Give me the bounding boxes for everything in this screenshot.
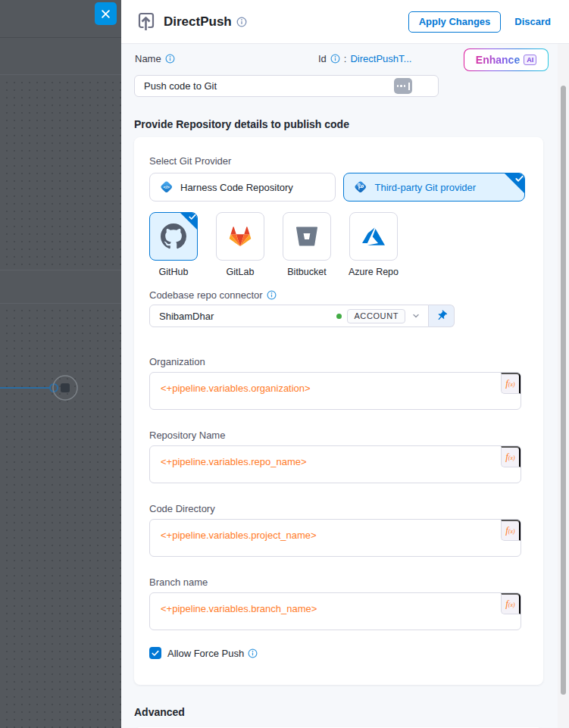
pipeline-canvas-dimmed <box>0 0 121 728</box>
repo-details-card: Select Git Provider </> Harness Code Rep… <box>134 137 543 685</box>
git-branch-icon <box>353 180 368 195</box>
close-icon <box>101 9 111 19</box>
canvas-stage-band <box>0 270 121 304</box>
connector-scope-badge[interactable]: ACCOUNT <box>347 309 405 323</box>
connector-input[interactable]: ShibamDhar ACCOUNT <box>149 305 429 327</box>
provider-tile-github[interactable] <box>149 212 198 261</box>
expression-fx-button[interactable]: f (x) <box>501 446 521 467</box>
git-provider-label: Select Git Provider <box>149 155 525 167</box>
code-directory-value: <+pipeline.variables.project_name> <box>161 530 317 541</box>
azure-icon <box>362 225 385 248</box>
provider-tile-label: GitLab <box>227 267 255 277</box>
force-push-info-icon[interactable] <box>248 648 258 658</box>
provider-tile-label: Azure Repo <box>349 267 399 277</box>
name-info-icon[interactable] <box>165 54 175 64</box>
selected-check-icon <box>180 213 197 230</box>
enhance-ai-button[interactable]: Enhance AI <box>464 48 549 71</box>
harness-code-icon: </> <box>159 180 174 195</box>
id-info-icon[interactable] <box>330 54 340 64</box>
provider-tile-azure[interactable] <box>349 212 398 261</box>
force-push-checkbox[interactable] <box>149 647 161 659</box>
canvas-dot-grid <box>0 76 121 270</box>
organization-input[interactable]: <+pipeline.variables.organization> f (x) <box>149 372 521 410</box>
provider-tile-bitbucket[interactable] <box>283 212 331 261</box>
branch-name-value: <+pipeline.variables.branch_name> <box>161 603 317 614</box>
name-field-label: Name <box>135 53 161 64</box>
organization-value: <+pipeline.variables.organization> <box>161 383 311 394</box>
bitbucket-icon <box>296 226 317 247</box>
connector-pin-button[interactable] <box>429 305 455 327</box>
provider-tile-label: Bitbucket <box>287 267 326 277</box>
scrollbar-track[interactable] <box>558 44 569 728</box>
provider-option-harness[interactable]: </> Harness Code Repository <box>149 173 336 202</box>
pipeline-end-node[interactable] <box>0 374 83 405</box>
page-title: DirectPush <box>164 14 232 30</box>
repository-name-input[interactable]: <+pipeline.variables.repo_name> f (x) <box>149 445 521 483</box>
scrollbar-thumb[interactable] <box>561 86 566 695</box>
close-panel-button[interactable] <box>95 2 117 25</box>
force-push-label: Allow Force Push <box>167 648 244 659</box>
step-config-screen: DirectPush Apply Changes Discard Name Id <box>0 0 569 728</box>
organization-label: Organization <box>149 356 525 367</box>
step-config-body: Name Id : DirectPushT... Enhance AI <box>121 44 569 728</box>
step-info-icon[interactable] <box>236 17 247 27</box>
expression-toggle-button[interactable] <box>394 78 412 94</box>
ai-badge: AI <box>524 55 536 65</box>
step-id-value[interactable]: DirectPushT... <box>350 53 411 64</box>
id-colon: : <box>344 53 347 64</box>
repo-section-heading: Provide Repository details to publish co… <box>134 118 543 130</box>
selected-check-icon <box>505 173 524 193</box>
provider-option-thirdparty[interactable]: Third-party Git provider <box>343 173 525 202</box>
enhance-label: Enhance <box>476 54 520 66</box>
name-input[interactable] <box>134 75 439 97</box>
expression-fx-button[interactable]: f (x) <box>501 593 521 614</box>
connector-info-icon[interactable] <box>267 290 277 300</box>
expression-fx-button[interactable]: f (x) <box>501 373 521 394</box>
provider-tile-gitlab[interactable] <box>216 212 264 261</box>
connector-value: ShibamDhar <box>159 311 336 322</box>
chevron-down-icon <box>411 311 420 320</box>
discard-button[interactable]: Discard <box>514 16 551 27</box>
repository-name-label: Repository Name <box>149 430 525 441</box>
gitlab-icon <box>227 223 253 249</box>
connector-dropdown-button[interactable] <box>405 311 422 320</box>
connector-status-dot <box>336 314 342 319</box>
check-icon <box>152 650 159 657</box>
canvas-header-band <box>0 39 121 75</box>
svg-text:</>: </> <box>164 185 170 189</box>
provider-option-label: Harness Code Repository <box>180 182 293 193</box>
ellipsis-icon <box>397 85 399 87</box>
provider-tile-label: GitHub <box>159 267 189 277</box>
advanced-section-heading: Advanced <box>134 706 543 718</box>
expression-fx-button[interactable]: f (x) <box>501 520 521 541</box>
code-directory-label: Code Directory <box>149 503 525 514</box>
branch-name-input[interactable]: <+pipeline.variables.branch_name> f (x) <box>149 592 521 630</box>
canvas-dot-grid <box>0 304 121 728</box>
repository-name-value: <+pipeline.variables.repo_name> <box>161 456 307 467</box>
cursor-bar-icon <box>408 83 410 90</box>
connector-label: Codebase repo connector <box>149 289 263 301</box>
step-header: DirectPush Apply Changes Discard <box>121 0 569 44</box>
provider-option-label: Third-party Git provider <box>374 182 476 193</box>
apply-changes-button[interactable]: Apply Changes <box>408 11 502 33</box>
direct-push-step-icon <box>136 11 156 33</box>
pin-icon <box>436 310 448 322</box>
code-directory-input[interactable]: <+pipeline.variables.project_name> f (x) <box>149 519 521 557</box>
branch-name-label: Branch name <box>149 576 525 588</box>
id-label: Id <box>318 53 327 64</box>
